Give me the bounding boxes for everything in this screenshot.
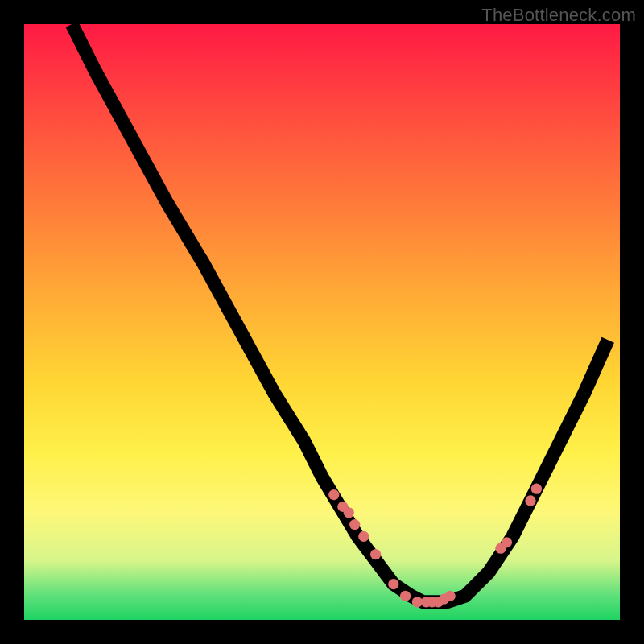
data-point <box>349 519 360 530</box>
chart-frame: TheBottleneck.com <box>0 0 644 644</box>
data-point <box>344 507 354 518</box>
data-point <box>400 591 411 601</box>
plot-area <box>24 24 620 620</box>
attribution-label: TheBottleneck.com <box>481 5 636 26</box>
bottleneck-curve <box>72 24 608 602</box>
data-point <box>531 484 542 494</box>
data-point <box>502 537 512 547</box>
data-point <box>388 579 398 589</box>
data-point <box>444 591 455 601</box>
data-point <box>328 489 339 500</box>
curve-layer <box>24 24 620 620</box>
data-point <box>525 495 535 506</box>
data-point <box>358 531 369 542</box>
data-point <box>370 549 381 559</box>
